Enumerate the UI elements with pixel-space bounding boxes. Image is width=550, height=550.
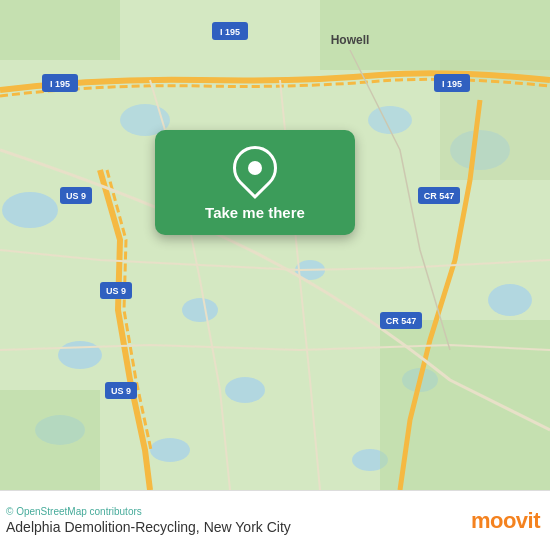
svg-point-4 — [225, 377, 265, 403]
svg-text:US 9: US 9 — [111, 386, 131, 396]
moovit-logo: moovit — [471, 508, 540, 534]
map-container: I 195 I 195 I 195 US 9 US 9 US 9 CR 547 … — [0, 0, 550, 490]
svg-text:US 9: US 9 — [106, 286, 126, 296]
svg-point-2 — [58, 341, 102, 369]
svg-point-1 — [2, 192, 58, 228]
svg-text:US 9: US 9 — [66, 191, 86, 201]
svg-text:I 195: I 195 — [50, 79, 70, 89]
svg-point-3 — [182, 298, 218, 322]
bottom-bar: © OpenStreetMap contributors Adelphia De… — [0, 490, 550, 550]
svg-text:Howell: Howell — [331, 33, 370, 47]
svg-text:I 195: I 195 — [442, 79, 462, 89]
svg-rect-14 — [0, 0, 120, 60]
bottom-left-info: © OpenStreetMap contributors Adelphia De… — [6, 506, 291, 535]
take-me-there-card[interactable]: Take me there — [155, 130, 355, 235]
location-pin-icon — [224, 137, 286, 199]
take-me-there-label: Take me there — [205, 204, 305, 221]
moovit-label: moovit — [471, 508, 540, 534]
svg-text:CR 547: CR 547 — [386, 316, 417, 326]
svg-text:I 195: I 195 — [220, 27, 240, 37]
location-title: Adelphia Demolition-Recycling, New York … — [6, 519, 291, 535]
osm-name: OpenStreetMap contributors — [16, 506, 142, 517]
osm-symbol: © — [6, 506, 13, 517]
svg-point-10 — [150, 438, 190, 462]
svg-text:CR 547: CR 547 — [424, 191, 455, 201]
osm-attribution: © OpenStreetMap contributors — [6, 506, 291, 517]
svg-rect-17 — [0, 390, 100, 490]
svg-point-7 — [488, 284, 532, 316]
